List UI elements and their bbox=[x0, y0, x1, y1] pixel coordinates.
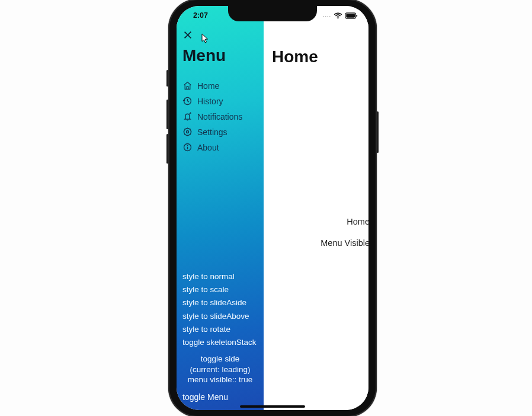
side-button-power bbox=[377, 111, 379, 153]
bell-icon bbox=[182, 111, 193, 121]
home-indicator[interactable] bbox=[240, 405, 305, 408]
svg-point-8 bbox=[187, 145, 188, 146]
menu-title: Menu bbox=[182, 46, 258, 65]
nav-label: Home bbox=[197, 81, 219, 91]
toggle-menu-button[interactable]: toggle Menu bbox=[182, 392, 258, 402]
style-opt-slideaside[interactable]: style to slideAside bbox=[182, 297, 258, 308]
toggle-side-line1: toggle side bbox=[182, 354, 258, 364]
style-options: style to normal style to scale style to … bbox=[182, 271, 258, 348]
menu-visible-label: menu visible:: true bbox=[182, 375, 258, 385]
side-menu: Menu Home History bbox=[177, 6, 264, 410]
info-icon bbox=[182, 142, 193, 152]
nav-item-about[interactable]: About bbox=[182, 142, 258, 152]
toggle-side-line2: (current: leading) bbox=[182, 364, 258, 375]
nav-item-history[interactable]: History bbox=[182, 96, 258, 106]
style-opt-rotate[interactable]: style to rotate bbox=[182, 324, 258, 335]
phone-screen: 2:07 .... bbox=[177, 6, 368, 410]
menu-nav: Home History Notifications bbox=[182, 81, 258, 152]
history-icon bbox=[182, 96, 193, 106]
side-button-mute bbox=[166, 70, 168, 87]
content-line-menu-visible: Menu Visible bbox=[321, 238, 368, 248]
gear-icon bbox=[182, 127, 193, 137]
notch bbox=[228, 6, 317, 21]
close-icon[interactable] bbox=[182, 30, 193, 43]
nav-label: Settings bbox=[197, 127, 227, 137]
nav-label: History bbox=[197, 97, 223, 106]
side-button-vol-down bbox=[166, 134, 168, 164]
nav-item-settings[interactable]: Settings bbox=[182, 127, 258, 137]
page-title: Home bbox=[272, 47, 318, 66]
home-icon bbox=[182, 81, 193, 91]
svg-point-6 bbox=[187, 131, 189, 133]
content-line-home: Home bbox=[347, 217, 368, 226]
main-panel[interactable]: Home Home Menu Visible bbox=[264, 6, 368, 410]
style-opt-normal[interactable]: style to normal bbox=[182, 271, 258, 282]
nav-label: Notifications bbox=[197, 112, 242, 121]
style-opt-slideabove[interactable]: style to slideAbove bbox=[182, 311, 258, 322]
nav-item-home[interactable]: Home bbox=[182, 81, 258, 91]
nav-item-notifications[interactable]: Notifications bbox=[182, 111, 258, 121]
style-opt-scale[interactable]: style to scale bbox=[182, 284, 258, 295]
side-button-vol-up bbox=[166, 100, 168, 129]
svg-point-5 bbox=[184, 129, 191, 136]
style-opt-skeletonstack[interactable]: toggle skeletonStack bbox=[182, 337, 258, 348]
nav-label: About bbox=[197, 143, 219, 152]
phone-frame: 2:07 .... bbox=[168, 0, 377, 416]
toggle-side-button[interactable]: toggle side (current: leading) menu visi… bbox=[182, 354, 258, 385]
